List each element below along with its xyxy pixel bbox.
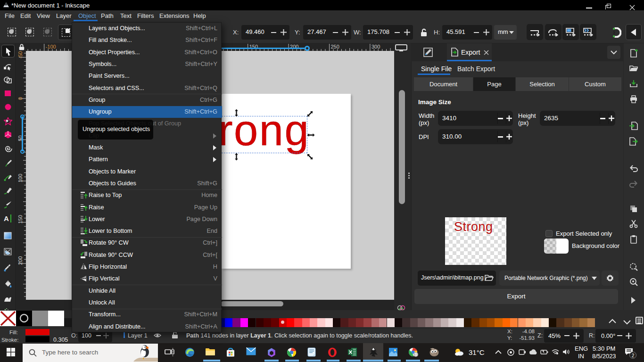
svg-text:300: 300 bbox=[372, 44, 380, 49]
svg-text:100: 100 bbox=[17, 174, 23, 182]
svg-text:200: 200 bbox=[17, 256, 23, 265]
svg-text:-50: -50 bbox=[17, 51, 23, 59]
svg-text:0: 0 bbox=[17, 97, 23, 100]
svg-text:-100: -100 bbox=[46, 44, 56, 49]
svg-text:150: 150 bbox=[17, 215, 23, 223]
svg-text:S: S bbox=[414, 352, 417, 357]
svg-text:250: 250 bbox=[331, 44, 339, 49]
